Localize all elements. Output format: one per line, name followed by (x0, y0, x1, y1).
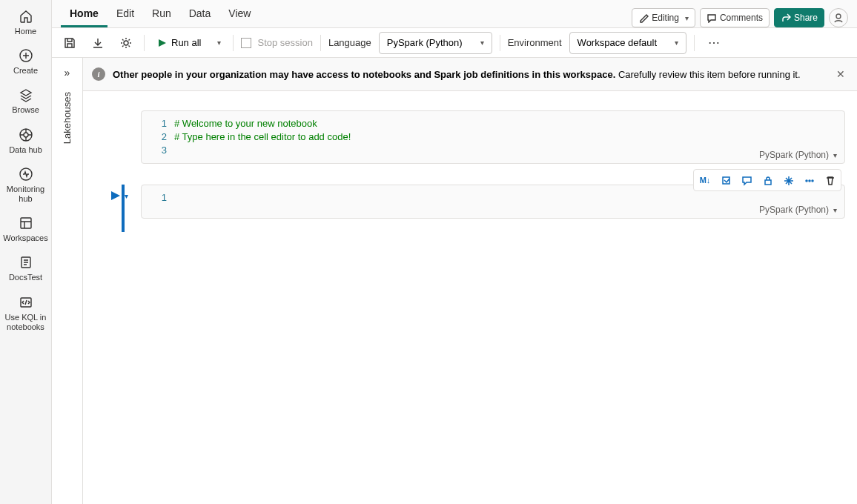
run-all-dropdown[interactable]: ▾ (213, 39, 225, 47)
cell-1-editor[interactable]: 123 # Welcome to your new notebook # Typ… (142, 111, 844, 163)
cell-1-line-1: # Welcome to your new notebook (174, 117, 837, 130)
chevron-down-icon: ▾ (675, 39, 678, 47)
save-button[interactable] (59, 33, 80, 53)
expand-icon (721, 175, 732, 186)
language-select[interactable]: PySpark (Python) ▾ (379, 32, 492, 54)
comments-button[interactable]: Comments (700, 8, 770, 27)
info-text-rest: Carefully review this item before runnin… (615, 69, 800, 80)
svg-point-12 (812, 180, 813, 182)
run-all-label: Run all (171, 37, 201, 48)
nav-datahub-label: Data hub (9, 145, 42, 155)
lock-cell-button[interactable] (758, 171, 777, 189)
layers-icon (19, 87, 33, 102)
svg-point-10 (806, 180, 807, 182)
cell-1-code[interactable]: # Welcome to your new notebook # Type he… (174, 117, 844, 157)
convert-markdown-button[interactable]: M↓ (695, 171, 715, 189)
share-button[interactable]: Share (774, 8, 824, 27)
settings-button[interactable] (116, 33, 136, 53)
freeze-cell-button[interactable] (778, 171, 798, 189)
nav-home[interactable]: Home (4, 4, 48, 44)
toggle-output-button[interactable] (716, 171, 735, 189)
delete-cell-button[interactable] (820, 171, 839, 189)
nav-browse[interactable]: Browse (4, 83, 48, 122)
nav-browse-label: Browse (12, 105, 39, 115)
info-text-bold: Other people in your organization may ha… (113, 69, 615, 80)
cell-2-toolbar: M↓ (693, 169, 841, 191)
nav-docstest-label: DocsTest (9, 273, 42, 282)
expand-panel-button[interactable]: » (64, 67, 70, 79)
language-select-value: PySpark (Python) (387, 37, 463, 48)
editing-mode-button[interactable]: Editing ▾ (632, 8, 695, 27)
svg-point-8 (124, 41, 128, 45)
nav-kql-label: Use KQL in notebooks (4, 313, 48, 332)
info-close-button[interactable]: ✕ (833, 65, 848, 83)
side-panel-label: Lakehouses (62, 92, 73, 144)
cell-1-lang-label: PySpark (Python) (759, 150, 829, 160)
person-icon (833, 13, 844, 23)
run-cell-dropdown[interactable]: ▾ (125, 189, 128, 200)
persona-button[interactable] (829, 8, 848, 27)
tab-home[interactable]: Home (61, 7, 107, 27)
chevron-down-icon: ▾ (833, 151, 837, 159)
nav-workspaces[interactable]: Workspaces (4, 211, 48, 251)
nav-monitoring[interactable]: Monitoring hub (4, 162, 48, 211)
toolbar: Run all ▾ Stop session Language PySpark … (52, 28, 857, 58)
svg-rect-9 (765, 180, 771, 185)
stop-session-button: Stop session (241, 37, 312, 48)
monitoring-icon (19, 167, 33, 182)
side-panel-collapsed: » Lakehouses (52, 58, 83, 504)
comment-cell-button[interactable] (737, 171, 756, 189)
snowflake-icon (783, 175, 794, 186)
svg-point-11 (809, 180, 810, 182)
svg-point-7 (836, 14, 841, 19)
tab-edit[interactable]: Edit (107, 7, 143, 27)
environment-select[interactable]: Workspace default ▾ (569, 32, 686, 54)
cell-2: ▾ M↓ 1 (95, 185, 845, 219)
svg-point-2 (24, 133, 28, 137)
cells-container: 123 # Welcome to your new notebook # Typ… (83, 91, 857, 269)
tab-data[interactable]: Data (180, 7, 220, 27)
cell-2-box[interactable]: M↓ 1 PySpark (P (141, 185, 845, 219)
gear-icon (119, 36, 133, 50)
cell-2-code[interactable] (174, 191, 844, 212)
stop-session-label: Stop session (257, 37, 312, 48)
nav-datahub[interactable]: Data hub (4, 123, 48, 162)
code-icon (19, 295, 33, 310)
chevron-down-icon: ▾ (833, 206, 837, 214)
notebook-area: i Other people in your organization may … (83, 58, 857, 504)
pencil-icon (638, 13, 649, 23)
environment-label: Environment (508, 37, 562, 48)
cell-2-linenos: 1 (142, 191, 174, 212)
data-hub-icon (19, 127, 33, 142)
plus-circle-icon (19, 48, 33, 63)
workspaces-icon (19, 216, 33, 231)
nav-create-label: Create (13, 66, 38, 76)
cell-1: 123 # Welcome to your new notebook # Typ… (95, 110, 845, 164)
body: » Lakehouses i Other people in your orga… (52, 58, 857, 504)
run-all-button[interactable]: Run all (152, 37, 205, 48)
cell-1-line-2: # Type here in the cell editor to add co… (174, 130, 837, 144)
nav-docstest[interactable]: DocsTest (4, 251, 48, 290)
info-text: Other people in your organization may ha… (113, 69, 801, 80)
play-icon (156, 38, 167, 48)
more-button[interactable]: ⋯ (702, 36, 727, 50)
cell-more-button[interactable] (799, 171, 818, 189)
tab-view[interactable]: View (219, 7, 259, 27)
cell-1-box[interactable]: 123 # Welcome to your new notebook # Typ… (141, 110, 845, 164)
trash-icon (824, 175, 836, 186)
nav-kql[interactable]: Use KQL in notebooks (4, 291, 48, 339)
nav-create[interactable]: Create (4, 44, 48, 83)
cell-1-linenos: 123 (142, 117, 174, 157)
cell-1-gutter (95, 110, 141, 164)
cell-1-lang-select[interactable]: PySpark (Python) ▾ (759, 150, 837, 160)
main-area: Home Edit Run Data View Editing ▾ Commen… (52, 0, 857, 504)
comment-icon (741, 175, 752, 186)
run-cell-button[interactable] (108, 189, 122, 202)
download-button[interactable] (87, 33, 108, 53)
cell-2-lang-select[interactable]: PySpark (Python) ▾ (759, 205, 837, 215)
tab-run[interactable]: Run (143, 7, 180, 27)
comments-label: Comments (720, 13, 763, 23)
cell-2-lang-label: PySpark (Python) (759, 205, 829, 215)
share-label: Share (794, 13, 818, 23)
cell-2-gutter: ▾ (95, 185, 141, 219)
